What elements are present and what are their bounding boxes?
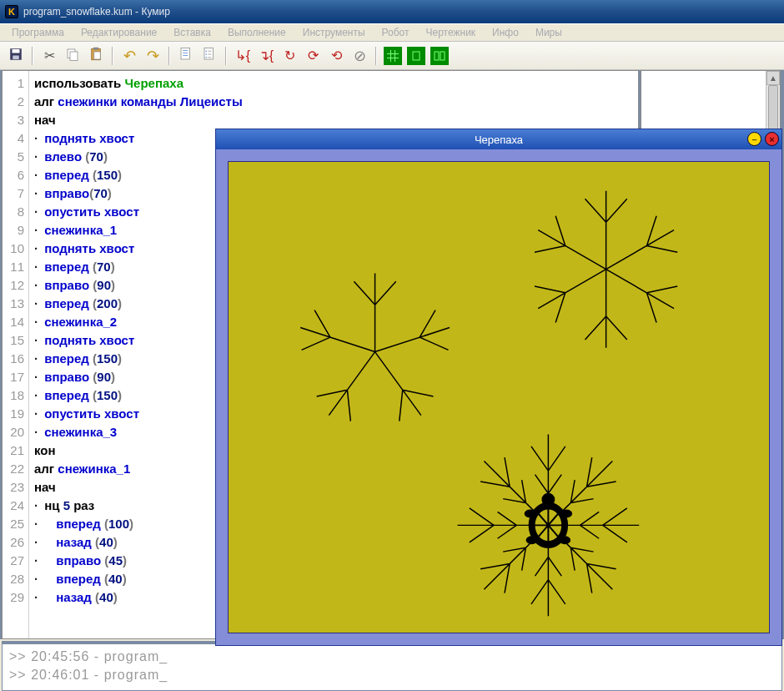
doc-lines-icon [178,47,193,65]
turtle-title-bar[interactable]: Черепаха – × [216,129,781,149]
grid-icon [384,47,402,65]
menu-выполнение[interactable]: Выполнение [219,25,294,40]
run-red1-button[interactable]: ↳{ [232,45,254,67]
doc-list-icon [202,47,217,65]
line-number: 10 [3,240,24,258]
toolbar-separator [32,47,33,65]
toolbar-separator [112,47,113,65]
svg-point-15 [206,57,208,58]
toolbar-separator [225,47,227,65]
floppy-icon [8,47,23,65]
menu-робот[interactable]: Робот [374,25,418,40]
line-number: 17 [3,368,24,386]
toolbar-separator [375,47,377,65]
line-number: 24 [3,497,24,515]
line-number: 7 [3,184,24,203]
code-line[interactable]: алг снежинки команды Лицеисты [34,93,638,111]
line-gutter: 1234567891011121314151617181920212223242… [3,71,29,638]
line-number: 18 [3,386,24,405]
line-number: 16 [3,350,24,368]
redo-button[interactable]: ↷ [142,45,163,67]
line-number: 11 [3,258,24,276]
panel-button[interactable] [405,45,427,67]
line-number: 4 [3,129,24,148]
step-into-icon: ↳{ [235,48,250,63]
svg-point-28 [541,493,555,507]
minimize-button[interactable]: – [747,132,761,146]
line-number: 5 [3,148,24,166]
copy-icon [65,47,80,65]
run-fast-button[interactable]: ⟳ [302,45,324,67]
menu-вставка[interactable]: Вставка [165,25,219,40]
line-number: 3 [3,111,24,129]
line-number: 21 [3,441,24,460]
doc2-button[interactable] [199,45,220,67]
line-number: 26 [3,533,24,552]
svg-rect-19 [387,50,399,62]
console-line: >> 20:45:56 - program_ [9,648,775,666]
panel-icon [407,47,425,65]
run-double-button[interactable]: ⟲ [325,45,347,67]
svg-rect-6 [93,47,98,49]
run-loop-button[interactable]: ↻ [279,45,300,67]
line-number: 23 [3,478,24,497]
undo-icon: ↶ [123,47,136,65]
redo-icon: ↷ [147,47,159,65]
line-number: 28 [3,570,24,588]
menu-редактирование[interactable]: Редактирование [73,25,165,40]
line-number: 12 [3,276,24,295]
svg-point-30 [560,510,572,518]
turtle-window[interactable]: Черепаха – × [215,129,782,646]
menu-миры[interactable]: Миры [527,25,570,40]
cut-button[interactable]: ✂ [38,45,60,67]
step-over-icon: ↴{ [259,48,274,63]
menu-чертежник[interactable]: Чертежник [418,25,485,40]
paste-button[interactable] [85,45,107,67]
menu-программа[interactable]: Программа [3,25,73,40]
fast-loop-icon: ⟳ [308,48,319,63]
svg-point-32 [559,536,570,544]
loop-icon: ↻ [284,48,295,63]
line-number: 20 [3,423,24,441]
svg-point-29 [525,510,536,518]
line-number: 14 [3,313,24,331]
doc1-button[interactable] [175,45,197,67]
menu-bar: ПрограммаРедактированиеВставкаВыполнение… [0,23,784,42]
turtle-window-title: Черепаха [475,134,523,146]
svg-rect-4 [70,52,78,61]
stop-button[interactable]: ⊘ [349,45,370,67]
scroll-up-icon[interactable]: ▲ [766,71,780,85]
turtle-canvas [228,161,770,633]
line-number: 15 [3,331,24,350]
menu-инструменты[interactable]: Инструменты [294,25,374,40]
line-number: 25 [3,515,24,533]
svg-rect-8 [181,48,190,59]
toolbar-separator [168,47,170,65]
line-number: 1 [3,74,24,93]
turtle-drawing [229,162,769,633]
svg-rect-1 [13,49,20,53]
code-line[interactable]: использовать Черепаха [34,74,638,93]
output-console[interactable]: >> 20:45:56 - program_>> 20:46:01 - prog… [2,641,782,691]
line-number: 29 [3,588,24,607]
copy-button[interactable] [62,45,83,67]
menu-инфо[interactable]: Инфо [484,25,527,40]
line-number: 9 [3,221,24,240]
window-title: program_snowflake.kum - Кумир [23,6,170,18]
svg-rect-2 [13,55,19,59]
grid-button[interactable] [382,45,404,67]
code-line[interactable]: нач [34,111,638,129]
turtle-viewport [216,149,781,645]
line-number: 8 [3,203,24,221]
scissors-icon: ✂ [44,48,55,63]
run-red2-button[interactable]: ↴{ [255,45,277,67]
close-button[interactable]: × [765,132,779,146]
title-bar: K program_snowflake.kum - Кумир [0,0,784,23]
stop-icon: ⊘ [354,47,366,65]
svg-point-14 [206,53,208,55]
panel2-button[interactable] [429,45,450,67]
clipboard-icon [88,47,103,65]
undo-button[interactable]: ↶ [118,45,140,67]
save-button[interactable] [5,45,27,67]
turtle-sprite-icon [525,493,572,548]
